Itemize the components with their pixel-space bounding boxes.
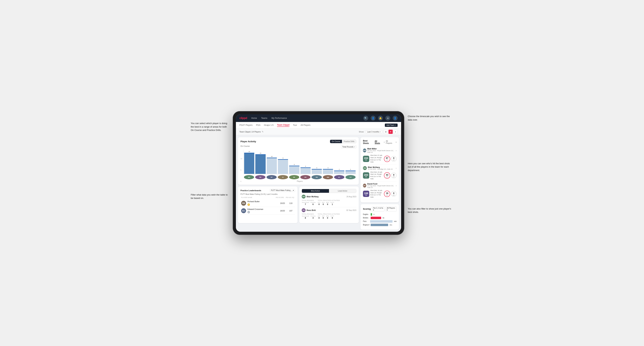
logo: clippd <box>240 117 247 120</box>
all-players-dropdown-arrow[interactable]: ▾ <box>396 141 396 143</box>
leaderboard-dropdown[interactable]: PUTT Must Make Putting ... ▾ <box>270 189 295 192</box>
annotation-bottom-left: Filter what data you wish the table to b… <box>191 193 229 200</box>
shot-metrics-david: 16 yds 0 yds <box>384 191 396 197</box>
bar-accent-2 <box>267 158 277 158</box>
shot-details-david: 198 SG Shot Dist: 16 yds Start Lie: Roug… <box>363 189 396 198</box>
gtt-value-rees: 0 <box>318 217 320 219</box>
shot-metrics-matt: 67 yds 0 yds <box>384 156 396 162</box>
putt-value-rees: 0 <box>332 217 333 219</box>
subnav-hcaps[interactable]: Hcaps 1-5 <box>264 124 274 127</box>
scoring-value-pars: 499 <box>394 220 396 222</box>
active-player-stats-rees: Total Rounds Tournament 8 Practice <box>302 213 356 219</box>
rounds-label-rees: Total Rounds <box>302 213 316 215</box>
best-shots-tab-all-players[interactable]: All Players <box>386 140 394 144</box>
bell-icon[interactable]: 🔔 <box>378 116 383 121</box>
bar-value-7: 3 <box>328 167 328 169</box>
search-icon[interactable]: 🔍 <box>363 116 368 121</box>
bar-group-5: 4 <box>300 166 310 174</box>
list-view-icon[interactable]: ≡ <box>394 130 398 134</box>
bar-4[interactable] <box>289 166 299 174</box>
bar-accent-7 <box>323 169 333 170</box>
bar-9[interactable] <box>346 171 356 174</box>
toggle-on-course[interactable]: On Course <box>330 140 342 143</box>
avatar-david: DF <box>363 184 366 187</box>
team-header-left: Team Clippd | 14 Players ✎ <box>240 131 264 133</box>
chevron-matt[interactable]: › <box>396 149 396 152</box>
player-info: Richard Butler 1 <box>248 200 278 206</box>
stat-tournament: Tournament 7 <box>302 202 309 205</box>
subnav-tour[interactable]: Tour <box>293 124 297 127</box>
stat-putt-rees: PUTT 0 <box>330 215 334 219</box>
practice-leaderboards-card: Practice Leaderboards PUTT Must Make Put… <box>238 186 298 223</box>
rank-badge-2: 2 <box>248 211 250 213</box>
bar-group-0: 13 <box>244 151 254 174</box>
chevron-blair[interactable]: › <box>396 167 396 170</box>
best-shots-card: Best Shots All Shots ▾ All Players ▾ MM <box>360 137 399 202</box>
bar-2[interactable] <box>267 158 277 174</box>
stat-arg-rees: ARG 0 <box>326 215 329 219</box>
scoring-players-dropdown[interactable]: All Players ▾ <box>386 206 396 211</box>
heart-view-icon[interactable]: ♥ <box>388 130 393 134</box>
most-active-card: Most Active Least Active BM Blair McHarg… <box>299 186 359 223</box>
app-label: APP <box>322 202 324 203</box>
metric-distance-blair: 43 yds <box>384 172 390 178</box>
rounds-group-rees: Total Rounds Tournament 8 Practice <box>302 213 316 219</box>
subnav-team-clippd[interactable]: Team Clippd <box>277 124 290 127</box>
player-activity-header: Player Activity On Course Practice Drill… <box>240 140 356 143</box>
player-avg-rb: 110 <box>287 202 294 204</box>
shot-player-info-matt: Matt Miller 09 Jun 2023 · Royal North De… <box>367 148 395 153</box>
plus-icon[interactable]: ⊕ <box>385 116 390 121</box>
player-avatar-rb: RB <box>241 201 246 206</box>
subnav-pga[interactable]: PGA <box>256 124 260 127</box>
bar-8[interactable] <box>334 171 344 174</box>
all-shots-dropdown-arrow[interactable]: ▾ <box>384 141 385 143</box>
best-shots-tab-all-shots[interactable]: All Shots <box>375 140 383 144</box>
chart-dropdown[interactable]: Total Rounds ▾ <box>341 145 356 148</box>
bar-group-1: 12 <box>255 152 266 174</box>
subnav-all-players[interactable]: All Players <box>300 124 310 127</box>
scoring-value-bogeys: 311 <box>390 224 392 226</box>
avatar-chart-5: DB <box>300 175 310 179</box>
show-dropdown[interactable]: Last 3 months ▾ <box>366 130 382 133</box>
grid-view-icon[interactable]: ⊞ <box>384 130 388 134</box>
shot-details-blair: 200 SG Shot Dist: 43 yds Start Lie: Roug… <box>363 171 396 180</box>
bar-7[interactable] <box>323 169 333 174</box>
user-icon[interactable]: 👤 <box>371 116 376 121</box>
stat-practice-rees: Practice 4 <box>310 215 316 219</box>
shot-player-meta-david: 24 Aug 2023 · Royal North Devon GC, Hole… <box>367 185 395 188</box>
tab-most-active[interactable]: Most Active <box>302 189 329 193</box>
tab-least-active[interactable]: Least Active <box>329 189 356 193</box>
avatar-chart-4: EE <box>289 175 299 179</box>
scoring-bar-eagles <box>371 213 372 216</box>
gtt-value: 0 <box>318 203 320 205</box>
toggle-practice-drills[interactable]: Practice Drills <box>342 140 356 143</box>
putt-value: 1 <box>332 203 333 205</box>
tournament-label: Tournament <box>302 202 309 203</box>
rounds-values-rees: Tournament 8 Practice 4 <box>302 215 316 219</box>
bar-0[interactable] <box>244 153 254 174</box>
chevron-david[interactable]: › <box>396 184 396 187</box>
add-team-button[interactable]: Add Team + <box>385 124 398 127</box>
bar-6[interactable] <box>312 169 322 174</box>
scoring-row-eagles: Eagles 3 <box>363 213 396 216</box>
practice-value-rees: 4 <box>312 217 314 219</box>
scoring-label-pars: Pars <box>363 220 370 222</box>
edit-icon[interactable]: ✎ <box>262 131 264 133</box>
subnav-pgat[interactable]: PGAT Players <box>240 124 252 127</box>
shot-player-meta-matt: 09 Jun 2023 · Royal North Devon GC, Hole… <box>367 150 395 153</box>
tablet-frame: clippd Home Teams My Performance 🔍 👤 🔔 ⊕… <box>233 111 404 235</box>
scoring-par-dropdown[interactable]: Par 3, 4 & 5s ▾ <box>372 206 384 211</box>
nav-my-performance[interactable]: My Performance <box>272 117 287 119</box>
leaderboard-subtitle: PUTT Must Make Putting (3-6 ft), Last 3 … <box>240 193 295 195</box>
player-score-ec: 18/20 <box>279 210 286 212</box>
player-activity-card: Player Activity On Course Practice Drill… <box>238 137 359 185</box>
on-course-practice-toggle[interactable]: On Course Practice Drills <box>330 140 356 143</box>
nav-teams[interactable]: Teams <box>261 117 267 119</box>
nav-home[interactable]: Home <box>251 117 257 119</box>
view-icons: ⊞ ♥ ≡ <box>384 130 398 134</box>
bar-3[interactable] <box>278 159 288 174</box>
avatar-icon[interactable]: 👤 <box>393 116 398 121</box>
activities-group-rees: Total Practice Activities GTT 0 APP <box>318 213 340 219</box>
bar-1[interactable] <box>255 154 266 174</box>
bar-5[interactable] <box>300 168 310 174</box>
